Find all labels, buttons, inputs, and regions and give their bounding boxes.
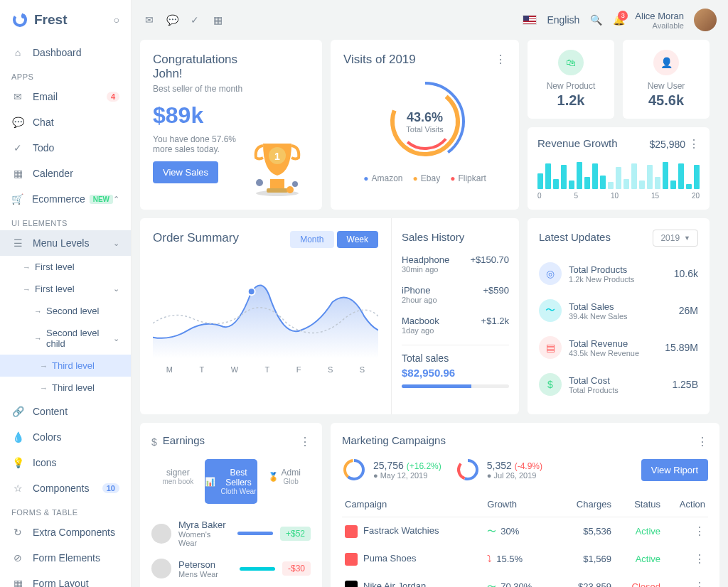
marketing-stat-2: 5,352 (-4.9%) ● Jul 26, 2019 bbox=[456, 458, 542, 482]
col-action: Action bbox=[663, 492, 708, 517]
brand: Frest ○ bbox=[0, 0, 131, 40]
row-actions-icon[interactable]: ⋮ bbox=[694, 581, 705, 587]
visits-card: Visits of 2019 ⋮ 43.6% Total Visits bbox=[331, 40, 519, 210]
nav-first-level-1[interactable]: →First level bbox=[0, 256, 131, 278]
marketing-stat-1: 25,756 (+16.2%) ● May 12, 2019 bbox=[342, 458, 441, 482]
visits-legend: Amazon Ebay Flipkart bbox=[343, 173, 506, 183]
nav-email[interactable]: ✉ Email 4 bbox=[0, 84, 131, 109]
nav-content[interactable]: 🔗Content bbox=[0, 399, 131, 424]
topbar: ✉ 💬 ✓ ▦ English 🔍 🔔3 Alice Moran Availab… bbox=[140, 0, 719, 40]
svg-point-7 bbox=[256, 179, 263, 186]
nav-menu-levels[interactable]: ☰ Menu Levels ⌄ bbox=[0, 230, 131, 256]
search-icon[interactable]: 🔍 bbox=[589, 14, 602, 26]
marketing-card: Marketing Campaigns ⋮ 25,756 (+16.2%) ● … bbox=[331, 423, 719, 587]
more-icon[interactable]: ⋮ bbox=[495, 53, 506, 70]
calendar-icon[interactable]: ▦ bbox=[211, 14, 224, 26]
nav-form-elements[interactable]: ⊘Form Elements bbox=[0, 545, 131, 571]
nav-ecommerce[interactable]: 🛒 Ecommerce NEW ⌃ bbox=[0, 186, 131, 212]
language-label[interactable]: English bbox=[547, 14, 579, 26]
nav-form-layout[interactable]: ▦Form Layout bbox=[0, 571, 131, 587]
avatar[interactable] bbox=[694, 9, 717, 31]
more-icon[interactable]: ⋮ bbox=[688, 137, 700, 151]
update-item: ◎Total Products1.2k New Products10.6k bbox=[539, 255, 698, 292]
avatar bbox=[151, 559, 171, 578]
total-sales-label: Total sales bbox=[402, 352, 509, 364]
brand-icon bbox=[345, 525, 358, 538]
avatar bbox=[151, 524, 171, 544]
nav-icons[interactable]: 💡Icons bbox=[0, 450, 131, 475]
dollar-icon: $ bbox=[151, 436, 157, 448]
link-icon: 🔗 bbox=[11, 405, 24, 418]
todo-icon[interactable]: ✓ bbox=[188, 14, 201, 26]
row-actions-icon[interactable]: ⋮ bbox=[694, 525, 705, 537]
nav-todo[interactable]: ✓ Todo bbox=[0, 135, 131, 161]
bag-icon: 🛍 bbox=[558, 50, 584, 75]
new-badge: NEW bbox=[90, 195, 113, 204]
view-report-button[interactable]: View Riport bbox=[641, 459, 708, 481]
chevron-up-icon: ⌃ bbox=[113, 195, 119, 204]
trend-icon: 〜 bbox=[487, 581, 496, 588]
row-actions-icon[interactable]: ⋮ bbox=[694, 553, 705, 565]
nav-first-level-2[interactable]: →First level⌄ bbox=[0, 278, 131, 300]
chevron-down-icon: ⌄ bbox=[113, 239, 119, 248]
mini-bar bbox=[237, 532, 273, 535]
tab-admin[interactable]: 🏅AdmiGlob bbox=[257, 459, 311, 504]
nav-third-level-1[interactable]: →Third level bbox=[0, 355, 131, 377]
check-icon: ✓ bbox=[11, 141, 24, 154]
message-icon[interactable]: 💬 bbox=[166, 14, 178, 26]
sidebar: Frest ○ ⌂ Dashboard APPS ✉ Email 4 💬 Cha… bbox=[0, 0, 132, 587]
view-sales-button[interactable]: View Sales bbox=[153, 161, 218, 183]
tab-month[interactable]: Month bbox=[290, 231, 333, 248]
total-sales-value: $82,950.96 bbox=[402, 367, 509, 379]
earnings-tabs: signermen book 📊Best SellersCloth Wear 🏅… bbox=[151, 459, 311, 504]
nav-chat[interactable]: 💬 Chat bbox=[0, 109, 131, 135]
tab-week[interactable]: Week bbox=[337, 231, 378, 248]
layout-icon: ▦ bbox=[11, 577, 24, 587]
trend-icon: 〜 bbox=[487, 526, 496, 537]
nav-colors[interactable]: 💧Colors bbox=[0, 424, 131, 450]
update-item: ▤Total Revenue43.5k New Revenue15.89M bbox=[539, 329, 698, 366]
updates-card: Latest Updates 2019▼ ◎Total Products1.2k… bbox=[528, 218, 710, 414]
nav-calender[interactable]: ▦ Calender bbox=[0, 161, 131, 186]
more-icon[interactable]: ⋮ bbox=[299, 435, 311, 448]
nav-components[interactable]: ☆Components10 bbox=[0, 475, 131, 501]
nav-second-level[interactable]: →Second level bbox=[0, 300, 131, 322]
nav-second-level-child[interactable]: →Second level child⌄ bbox=[0, 322, 131, 355]
earnings-pill: +$52 bbox=[280, 527, 311, 541]
section-forms: FORMS & TABLE bbox=[0, 501, 131, 519]
bell-icon[interactable]: 🔔3 bbox=[612, 14, 625, 26]
campaigns-table: Campaign Growth Charges Status Action Fa… bbox=[342, 492, 708, 587]
nav-third-level-2[interactable]: →Third level bbox=[0, 377, 131, 399]
user-icon: 👤 bbox=[653, 50, 679, 75]
trend-icon: ⤵ bbox=[487, 554, 492, 564]
brand-icon bbox=[11, 11, 28, 28]
table-row: Puma Shoes⤵15.5%$1,569Active⋮ bbox=[342, 545, 708, 573]
user-status: Available bbox=[635, 21, 684, 30]
user-info[interactable]: Alice Moran Available bbox=[635, 11, 684, 30]
updates-title: Latest Updates bbox=[539, 231, 611, 243]
seller-row: Myra BakerWomen's Wear+$52 bbox=[151, 514, 311, 553]
visits-pct: 43.6% bbox=[406, 110, 443, 125]
year-select[interactable]: 2019▼ bbox=[653, 230, 698, 247]
earnings-card: $ Earnings ⋮ signermen book 📊Best Seller… bbox=[140, 423, 322, 587]
nav-dashboard[interactable]: ⌂ Dashboard bbox=[0, 40, 131, 65]
collapse-icon[interactable]: ○ bbox=[114, 14, 119, 26]
refresh-icon: ↻ bbox=[11, 526, 24, 539]
tab-designer[interactable]: signermen book bbox=[151, 459, 205, 504]
more-icon[interactable]: ⋮ bbox=[697, 435, 708, 448]
revenue-bars bbox=[537, 159, 700, 189]
mail-icon[interactable]: ✉ bbox=[143, 14, 156, 26]
order-chart bbox=[153, 259, 378, 359]
calendar-icon: ▦ bbox=[11, 167, 24, 180]
congrats-subtitle: Best seller of the month bbox=[153, 84, 245, 94]
table-row: Nike Air Jordan〜70.30%$23,859Closed⋮ bbox=[342, 573, 708, 587]
marketing-title: Marketing Campaigns bbox=[342, 434, 446, 446]
menu-icon: ☰ bbox=[11, 237, 24, 249]
notification-badge: 3 bbox=[618, 11, 628, 21]
nav-extra[interactable]: ↻Extra Components bbox=[0, 519, 131, 545]
col-campaign: Campaign bbox=[342, 492, 484, 517]
update-item: $Total CostTotal Products1.25B bbox=[539, 366, 698, 403]
congrats-card: Congratulations John! Best seller of the… bbox=[140, 40, 322, 210]
tab-best-sellers[interactable]: 📊Best SellersCloth Wear bbox=[205, 459, 258, 504]
mail-icon: ✉ bbox=[11, 90, 24, 103]
